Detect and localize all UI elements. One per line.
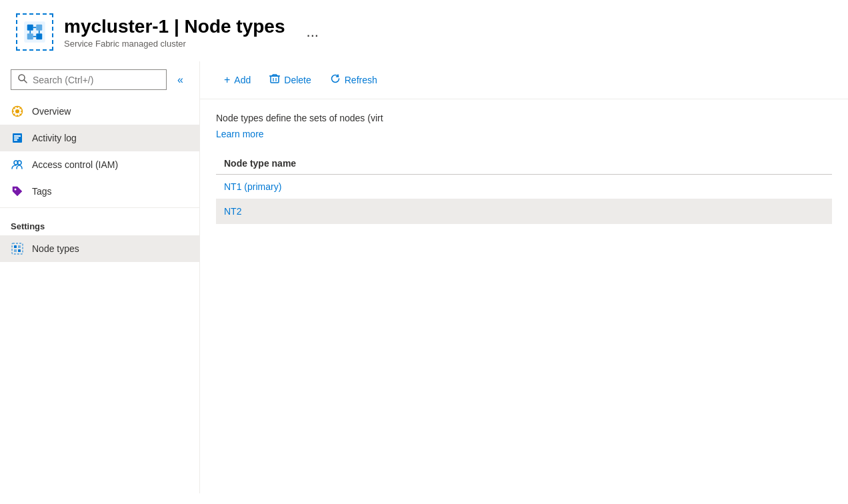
sidebar-item-tags-label: Tags [32, 186, 52, 197]
resource-icon [16, 13, 53, 51]
sidebar-item-overview[interactable]: Overview [0, 98, 199, 125]
overview-icon [11, 105, 24, 118]
svg-rect-4 [36, 33, 42, 39]
content-body: Node types define the sets of nodes (vir… [200, 99, 848, 237]
svg-rect-3 [27, 33, 33, 39]
description-row: Node types define the sets of nodes (vir… [216, 113, 832, 123]
sidebar-item-node-types-label: Node types [32, 243, 79, 254]
svg-rect-28 [12, 243, 23, 254]
svg-rect-2 [36, 25, 42, 31]
page-subtitle: Service Fabric managed cluster [64, 39, 285, 49]
sidebar-item-activity-log-label: Activity log [32, 133, 77, 143]
table-row[interactable]: NT2 [216, 199, 832, 224]
svg-rect-22 [14, 135, 21, 137]
search-container: « [0, 67, 199, 98]
sidebar-item-tags[interactable]: Tags [0, 178, 199, 205]
sidebar-item-node-types[interactable]: Node types [0, 235, 199, 262]
svg-rect-1 [27, 25, 33, 31]
add-label: Add [234, 75, 251, 85]
more-options-button[interactable]: ... [301, 21, 324, 43]
add-icon: + [224, 74, 230, 86]
search-input[interactable] [33, 75, 159, 85]
service-fabric-icon [23, 20, 47, 44]
svg-point-12 [15, 109, 19, 113]
svg-line-10 [24, 80, 27, 83]
settings-divider [0, 207, 199, 208]
sidebar-item-iam-label: Access control (IAM) [32, 159, 118, 170]
access-control-icon [11, 158, 24, 171]
svg-rect-32 [18, 249, 21, 252]
node-type-nt2[interactable]: NT2 [224, 206, 824, 217]
svg-rect-30 [18, 245, 21, 248]
svg-rect-24 [14, 139, 17, 141]
content-area: + Add Delete [200, 61, 848, 493]
delete-button[interactable]: Delete [261, 69, 319, 91]
sidebar-item-access-control[interactable]: Access control (IAM) [0, 151, 199, 178]
learn-more-link[interactable]: Learn more [216, 129, 264, 139]
collapse-sidebar-button[interactable]: « [172, 71, 189, 89]
table-header: Node type name [216, 153, 832, 175]
refresh-button[interactable]: Refresh [322, 69, 385, 91]
column-node-type-name: Node type name [224, 158, 824, 169]
delete-icon [269, 73, 280, 87]
page-title: mycluster-1 | Node types [64, 15, 285, 38]
table-row[interactable]: NT1 (primary) [216, 175, 832, 199]
refresh-label: Refresh [345, 75, 377, 85]
add-button[interactable]: + Add [216, 70, 259, 90]
node-types-icon [11, 242, 24, 255]
node-type-nt1[interactable]: NT1 (primary) [224, 181, 824, 192]
page-header: mycluster-1 | Node types Service Fabric … [0, 0, 848, 61]
sidebar: « Overview [0, 61, 200, 493]
delete-label: Delete [284, 75, 311, 85]
svg-rect-23 [14, 137, 19, 139]
sidebar-item-activity-log[interactable]: Activity log [0, 125, 199, 151]
search-box[interactable] [11, 69, 167, 90]
svg-rect-29 [14, 245, 17, 248]
svg-rect-31 [14, 249, 17, 252]
toolbar: + Add Delete [200, 61, 848, 99]
activity-log-icon [11, 131, 24, 145]
refresh-icon [330, 73, 341, 87]
sidebar-item-overview-label: Overview [32, 106, 71, 117]
tags-icon [11, 185, 24, 198]
description-text: Node types define the sets of nodes (vir… [216, 113, 383, 123]
search-icon [18, 74, 27, 85]
svg-rect-33 [271, 76, 279, 83]
svg-point-27 [15, 189, 17, 191]
settings-section-label: Settings [0, 211, 199, 235]
node-types-table: Node type name NT1 (primary) NT2 [216, 153, 832, 224]
header-text: mycluster-1 | Node types Service Fabric … [64, 15, 285, 49]
svg-rect-0 [24, 21, 45, 43]
main-layout: « Overview [0, 61, 848, 493]
